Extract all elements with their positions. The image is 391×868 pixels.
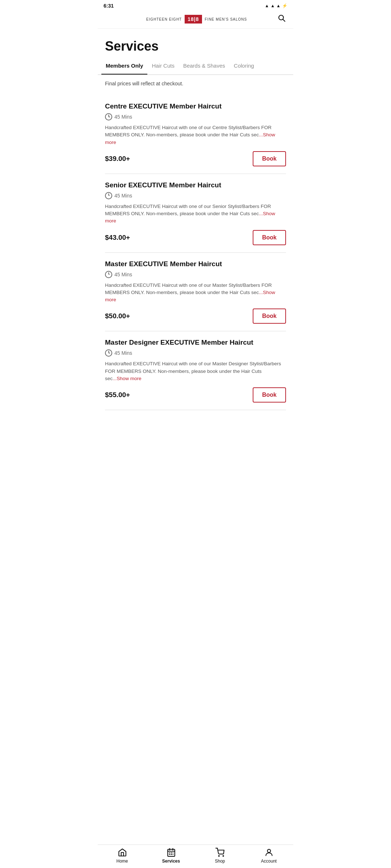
- clock-icon: [105, 271, 112, 278]
- service-footer: $39.00+ Book: [105, 151, 286, 166]
- service-duration: 45 Mins: [105, 349, 286, 357]
- header: EIGHTEEN EIGHT 18|8 FINE MEN'S SALONS: [98, 10, 293, 29]
- service-description: Handcrafted EXECUTIVE Haircut with one o…: [105, 203, 286, 225]
- book-button-3[interactable]: Book: [253, 309, 286, 324]
- search-button[interactable]: [277, 14, 286, 25]
- svg-line-1: [283, 20, 285, 22]
- logo-container: EIGHTEEN EIGHT 18|8 FINE MEN'S SALONS: [116, 15, 277, 24]
- logo-text-left: EIGHTEEN EIGHT: [146, 17, 182, 21]
- clock-icon: [105, 192, 112, 199]
- service-card: Master EXECUTIVE Member Haircut 45 Mins …: [105, 253, 286, 332]
- tab-hair-cuts[interactable]: Hair Cuts: [147, 58, 179, 75]
- service-footer: $50.00+ Book: [105, 309, 286, 324]
- book-button-4[interactable]: Book: [253, 387, 286, 403]
- clock-icon: [105, 349, 112, 357]
- tabs-container: Members Only Hair Cuts Beards & Shaves C…: [98, 58, 293, 75]
- battery-icon: ⚡: [282, 3, 287, 8]
- book-button-2[interactable]: Book: [253, 230, 286, 245]
- signal-icon-1: ▲: [270, 3, 275, 8]
- service-name: Master EXECUTIVE Member Haircut: [105, 260, 286, 268]
- tab-beards-shaves[interactable]: Beards & Shaves: [179, 58, 230, 75]
- service-footer: $43.00+ Book: [105, 230, 286, 245]
- tab-members-only[interactable]: Members Only: [101, 58, 147, 75]
- service-duration: 45 Mins: [105, 192, 286, 199]
- service-price: $43.00+: [105, 234, 130, 242]
- search-icon: [277, 14, 286, 22]
- service-description: Handcrafted EXECUTIVE Haircut with one o…: [105, 282, 286, 304]
- service-name: Senior EXECUTIVE Member Haircut: [105, 181, 286, 189]
- book-button-1[interactable]: Book: [253, 151, 286, 166]
- service-card: Centre EXECUTIVE Member Haircut 45 Mins …: [105, 95, 286, 174]
- service-footer: $55.00+ Book: [105, 387, 286, 403]
- service-price: $55.00+: [105, 391, 130, 399]
- content-area: Final prices will reflect at checkout. C…: [98, 75, 293, 445]
- service-price: $50.00+: [105, 312, 130, 320]
- service-description: Handcrafted EXECUTIVE Haircut with one o…: [105, 360, 286, 382]
- status-icons: ▲ ▲ ▲ ⚡: [265, 3, 287, 8]
- service-card: Senior EXECUTIVE Member Haircut 45 Mins …: [105, 174, 286, 253]
- service-price: $39.00+: [105, 155, 130, 163]
- wifi-icon: ▲: [265, 3, 269, 8]
- clock-icon: [105, 113, 112, 120]
- service-duration: 45 Mins: [105, 271, 286, 278]
- logo-text-right: FINE MEN'S SALONS: [205, 17, 247, 21]
- status-bar: 6:31 ▲ ▲ ▲ ⚡: [98, 0, 293, 10]
- service-description: Handcrafted EXECUTIVE Haircut with one o…: [105, 124, 286, 146]
- tab-coloring[interactable]: Coloring: [230, 58, 258, 75]
- service-name: Master Designer EXECUTIVE Member Haircut: [105, 339, 286, 346]
- logo-box: 18|8: [185, 15, 202, 24]
- service-name: Centre EXECUTIVE Member Haircut: [105, 102, 286, 110]
- service-duration: 45 Mins: [105, 113, 286, 120]
- page-title: Services: [105, 39, 286, 54]
- page-title-section: Services: [98, 29, 293, 58]
- time: 6:31: [104, 3, 114, 9]
- service-card: Master Designer EXECUTIVE Member Haircut…: [105, 331, 286, 410]
- price-note: Final prices will reflect at checkout.: [105, 81, 286, 86]
- show-more-4[interactable]: ...Show more: [113, 376, 142, 381]
- signal-icon-2: ▲: [276, 3, 281, 8]
